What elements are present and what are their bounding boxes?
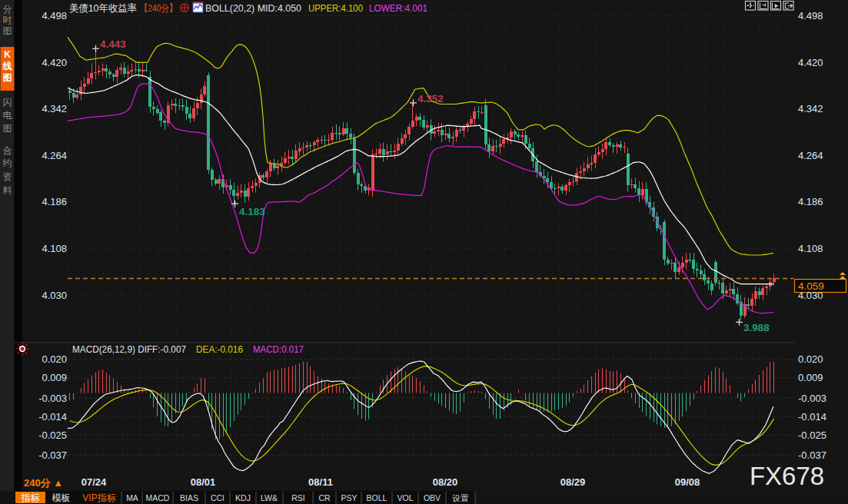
svg-text:-0.014: -0.014 [38,411,67,423]
svg-text:约: 约 [3,158,12,168]
svg-text:BOLL: BOLL [367,493,387,502]
svg-text:4.352: 4.352 [417,93,444,104]
svg-text:4.108: 4.108 [798,243,823,254]
svg-text:-0.025: -0.025 [38,429,67,441]
svg-text:资: 资 [3,171,12,182]
svg-text:VIP指标: VIP指标 [82,492,116,503]
svg-text:07/24: 07/24 [81,476,107,488]
svg-text:4.342: 4.342 [798,103,823,114]
svg-text:PSY: PSY [341,493,357,502]
svg-text:图: 图 [3,123,12,134]
svg-text:BOLL(20,2) MID:4.050: BOLL(20,2) MID:4.050 [205,2,301,14]
svg-text:RSI: RSI [291,493,305,502]
svg-text:图: 图 [3,25,12,36]
svg-text:FX678: FX678 [750,462,824,490]
svg-text:4.264: 4.264 [798,150,823,161]
svg-text:09/08: 09/08 [675,476,700,488]
svg-text:4.264: 4.264 [42,150,67,161]
svg-text:【240分】: 【240分】 [140,2,177,14]
svg-text:电: 电 [3,110,12,121]
svg-text:0.009: 0.009 [798,372,823,383]
svg-text:MACD:0.017: MACD:0.017 [253,343,304,355]
svg-text:模板: 模板 [52,492,71,503]
svg-text:合: 合 [3,145,12,156]
svg-text:MA: MA [126,493,138,502]
svg-text:4.420: 4.420 [42,57,67,68]
svg-text:-0.025: -0.025 [798,429,826,441]
svg-text:LW&: LW& [261,493,278,502]
svg-text:MACD: MACD [146,493,170,502]
svg-text:指标: 指标 [21,492,41,503]
svg-text:4.443: 4.443 [100,38,126,50]
svg-text:-0.003: -0.003 [38,393,67,404]
svg-text:图: 图 [3,72,12,83]
svg-text:4.342: 4.342 [42,103,67,114]
svg-text:4.498: 4.498 [42,10,67,22]
svg-text:4.186: 4.186 [42,196,67,207]
svg-text:-0.014: -0.014 [798,411,826,423]
svg-text:料: 料 [3,185,12,196]
svg-text:3.988: 3.988 [743,322,770,333]
svg-text:4.420: 4.420 [798,57,823,68]
svg-text:08/11: 08/11 [308,476,333,488]
svg-text:线: 线 [2,61,12,71]
svg-text:-0.037: -0.037 [38,449,67,461]
svg-text:K: K [4,49,11,60]
svg-text:08/29: 08/29 [560,476,586,488]
svg-text:0.020: 0.020 [798,353,823,365]
svg-text:OBV: OBV [424,493,441,502]
svg-text:KDJ: KDJ [235,493,251,502]
svg-text:VOL: VOL [397,493,413,502]
svg-text:MACD(26,12,9) DIFF:-0.007: MACD(26,12,9) DIFF:-0.007 [72,343,186,355]
svg-text:4.186: 4.186 [798,196,823,207]
svg-text:4.498: 4.498 [798,10,823,22]
svg-text:4.030: 4.030 [42,290,67,301]
svg-text:UPPER:4.100: UPPER:4.100 [308,2,363,14]
svg-text:分: 分 [3,4,12,15]
svg-text:0.020: 0.020 [42,353,67,365]
svg-text:08/01: 08/01 [191,476,216,488]
svg-text:时: 时 [3,15,12,25]
svg-text:-0.037: -0.037 [798,449,826,461]
svg-text:0.009: 0.009 [42,372,67,383]
svg-text:CCI: CCI [211,493,224,502]
svg-text:BIAS: BIAS [180,493,198,502]
svg-text:CR: CR [318,493,331,502]
svg-text:4.030: 4.030 [798,290,823,301]
svg-text:LOWER:4.001: LOWER:4.001 [369,2,427,14]
svg-text:美债10年收益率: 美债10年收益率 [69,2,137,14]
svg-text:4.183: 4.183 [239,206,265,217]
svg-text:-0.003: -0.003 [798,393,826,404]
svg-text:闪: 闪 [3,97,12,108]
svg-text:240分 ▲: 240分 ▲ [24,477,63,489]
svg-text:08/20: 08/20 [433,476,458,488]
svg-text:设置: 设置 [452,493,470,502]
svg-text:4.108: 4.108 [42,243,67,254]
svg-text:DEA:-0.016: DEA:-0.016 [196,343,243,355]
